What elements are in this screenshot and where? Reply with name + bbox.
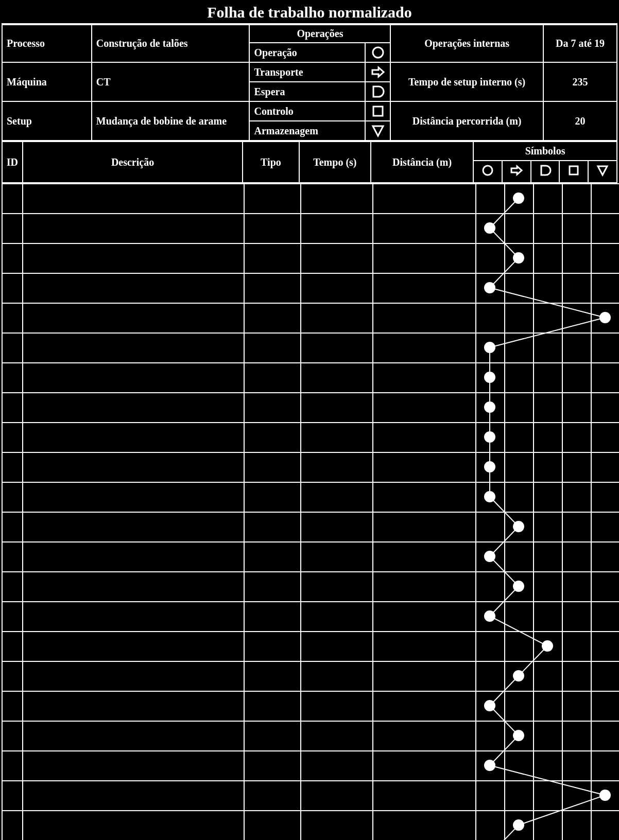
table-row xyxy=(2,303,619,333)
symcol-wait-icon xyxy=(531,161,560,183)
symbol-transport-icon xyxy=(365,62,390,82)
svg-rect-3 xyxy=(570,166,578,174)
svg-rect-1 xyxy=(373,107,383,116)
table-row xyxy=(2,393,619,423)
col-distancia: Distância (m) xyxy=(371,142,473,183)
symcol-control-icon xyxy=(559,161,588,183)
symbol-operation-icon xyxy=(365,43,390,62)
lbl-tempo-setup: Tempo de setup interno (s) xyxy=(390,62,543,101)
table-row xyxy=(2,214,619,243)
val-maquina: CT xyxy=(92,62,250,101)
svg-point-2 xyxy=(483,166,492,175)
lbl-processo: Processo xyxy=(2,25,92,62)
val-tempo-setup: 235 xyxy=(543,62,617,101)
val-dist: 20 xyxy=(543,101,617,141)
lbl-op: Operação xyxy=(249,43,365,62)
table-row xyxy=(2,632,619,661)
data-grid xyxy=(2,183,619,840)
lbl-maquina: Máquina xyxy=(2,62,92,101)
table-row xyxy=(2,452,619,482)
table-row xyxy=(2,781,619,811)
svg-point-0 xyxy=(373,47,383,58)
symcol-transport-icon xyxy=(502,161,531,183)
table-row xyxy=(2,273,619,303)
lbl-trans: Transporte xyxy=(249,62,365,82)
table-row xyxy=(2,243,619,273)
symbol-storage-icon xyxy=(365,121,390,141)
table-row xyxy=(2,482,619,512)
lbl-dist: Distância percorrida (m) xyxy=(390,101,543,141)
lbl-armaz: Armazenagem xyxy=(249,121,365,141)
table-row xyxy=(2,721,619,751)
table-row xyxy=(2,512,619,542)
symcol-operation-icon xyxy=(473,161,502,183)
col-tempo: Tempo (s) xyxy=(299,142,371,183)
sheet-title: Folha de trabalho normalizado xyxy=(2,2,617,24)
col-tipo: Tipo xyxy=(243,142,299,183)
header-table: Processo Construção de talões Operações … xyxy=(2,24,617,141)
column-header-table: ID Descrição Tipo Tempo (s) Distância (m… xyxy=(2,141,617,183)
table-row xyxy=(2,572,619,602)
table-row xyxy=(2,691,619,721)
col-descricao: Descrição xyxy=(23,142,243,183)
table-row xyxy=(2,184,619,214)
table-row xyxy=(2,751,619,781)
symbol-control-icon xyxy=(365,101,390,121)
table-row xyxy=(2,811,619,840)
val-da: Da 7 até 19 xyxy=(543,25,617,62)
table-row xyxy=(2,661,619,691)
lbl-operacoes: Operações xyxy=(249,25,390,43)
table-row xyxy=(2,542,619,572)
table-row xyxy=(2,333,619,363)
lbl-setup: Setup xyxy=(2,101,92,141)
val-setup: Mudança de bobine de arame xyxy=(92,101,250,141)
symbol-chart xyxy=(2,183,617,840)
table-row xyxy=(2,423,619,452)
col-id: ID xyxy=(2,142,23,183)
table-row xyxy=(2,363,619,393)
symcol-storage-icon xyxy=(588,161,617,183)
col-simbolos: Símbolos xyxy=(473,142,617,161)
lbl-controlo: Controlo xyxy=(249,101,365,121)
val-processo: Construção de talões xyxy=(92,25,250,62)
lbl-espera: Espera xyxy=(249,82,365,101)
symbol-wait-icon xyxy=(365,82,390,101)
lbl-op-internas: Operações internas xyxy=(390,25,543,62)
table-row xyxy=(2,602,619,632)
